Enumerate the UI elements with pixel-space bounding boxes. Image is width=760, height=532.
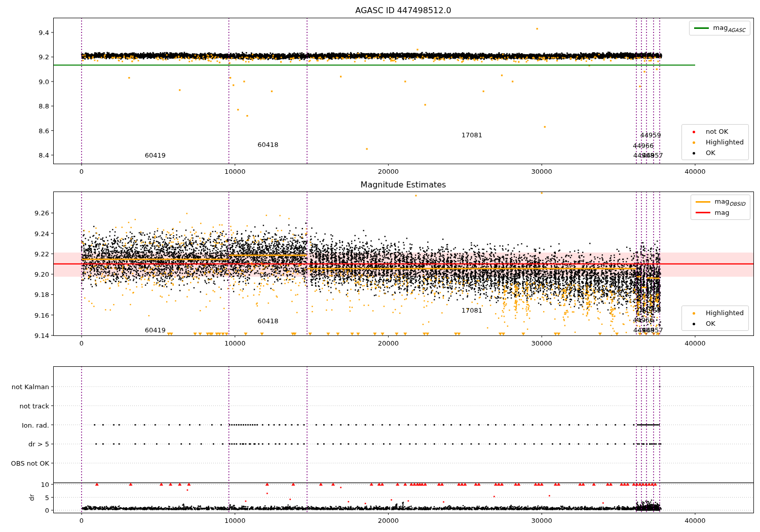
- plot1-ytick-9.2: 9.2: [39, 53, 49, 61]
- ok-marker-icon: [693, 152, 695, 155]
- plot1-ytick-9.0: 9.0: [39, 78, 49, 85]
- plot2-xtick-0: 0: [80, 339, 84, 347]
- highlighted-label: Highlighted: [706, 309, 744, 317]
- plot3-row-label-ion-rad-: Ion. rad.: [22, 421, 49, 429]
- plot2-line-legend: magOBSID mag: [691, 195, 750, 220]
- legend-item-highlighted-2: Highlighted: [687, 308, 744, 318]
- plot2-marker-legend: Highlighted OK: [681, 306, 749, 331]
- plot1-xtick-10000: 10000: [224, 168, 245, 175]
- plot2-xtick-40000: 40000: [685, 339, 705, 347]
- plot3-ylabel-dr: dr: [28, 494, 35, 501]
- highlighted-marker-icon: [693, 141, 695, 144]
- plot2-title: Magnitude Estimates: [361, 180, 446, 189]
- plot1-ytick-9.4: 9.4: [39, 29, 49, 36]
- plot1-marker-legend: not OK Highlighted OK: [681, 124, 749, 160]
- mag-obsid-label: magOBSID: [715, 198, 745, 207]
- legend-item-mag-obsid: magOBSID: [696, 197, 745, 207]
- highlighted-label: Highlighted: [706, 138, 744, 146]
- mag-obsid-line-swatch: [696, 201, 710, 203]
- plot2-obsid-label-44957: 44957: [642, 326, 663, 333]
- plot1-obsid-label-44966: 44966: [633, 141, 654, 149]
- plot2-ytick-9.24: 9.24: [34, 230, 49, 237]
- mag-label: mag: [715, 209, 730, 216]
- plot2-xtick-20000: 20000: [378, 339, 399, 347]
- legend-item-highlighted: Highlighted: [687, 137, 744, 147]
- plot2-obsid-label-60418: 60418: [257, 317, 278, 324]
- ok-marker-icon: [693, 323, 695, 325]
- plot1-ytick-8.8: 8.8: [39, 102, 49, 110]
- plot3-xtick-10000: 10000: [224, 517, 245, 524]
- plot1-obsid-label-17081: 17081: [462, 131, 482, 139]
- plot2-ytick-9.20: 9.20: [34, 271, 49, 278]
- plot1-ytick-8.6: 8.6: [39, 127, 49, 134]
- plot2-ytick-9.26: 9.26: [34, 209, 49, 217]
- plot2-obsid-label-44959: 44959: [640, 306, 661, 314]
- plot3-dr-tick-0: 0: [45, 507, 49, 514]
- plot2-xtick-10000: 10000: [224, 339, 245, 347]
- plot3-xtick-0: 0: [80, 517, 84, 524]
- plot3-dr-tick-10: 10: [41, 481, 49, 488]
- plot1-xtick-0: 0: [80, 168, 84, 175]
- plot3-xtick-30000: 30000: [531, 517, 552, 524]
- plot2-ytick-9.18: 9.18: [34, 291, 49, 298]
- plot1-obsid-label-44957: 44957: [642, 151, 663, 159]
- not-ok-label: not OK: [706, 128, 728, 135]
- plot2-ytick-9.14: 9.14: [34, 332, 49, 339]
- plot1-xtick-30000: 30000: [531, 168, 552, 175]
- plot3-row-label-not-track: not track: [19, 402, 49, 409]
- legend-item-ok-2: OK: [687, 318, 744, 329]
- plot1-title: AGASC ID 447498512.0: [355, 6, 451, 15]
- mag-agasc-line-swatch: [694, 27, 709, 29]
- plot3-xtick-20000: 20000: [378, 517, 399, 524]
- plot3-xtick-40000: 40000: [685, 517, 705, 524]
- plot3-dr-tick-5: 5: [45, 493, 49, 501]
- plot1-obsid-label-60418: 60418: [257, 141, 278, 148]
- plot2-ytick-9.16: 9.16: [34, 311, 49, 319]
- mag-line-swatch: [696, 212, 710, 213]
- plot1-obsid-label-44959: 44959: [640, 131, 661, 139]
- legend-item-ok: OK: [687, 147, 744, 158]
- plot3-row-label-not-kalman: not Kalman: [12, 383, 49, 391]
- legend-item-mag-agasc: magAGASC: [694, 23, 745, 33]
- legend-item-not-ok: not OK: [687, 126, 744, 137]
- plot3-row-label-dr-5: dr > 5: [28, 440, 49, 448]
- plot2-ytick-9.22: 9.22: [34, 250, 49, 257]
- ok-label: OK: [706, 149, 715, 157]
- plots-canvas: [0, 0, 760, 532]
- plot2-obsid-label-17081: 17081: [462, 306, 482, 314]
- plot1-ytick-8.4: 8.4: [39, 151, 49, 159]
- mag-agasc-label: magAGASC: [713, 24, 745, 33]
- plot2-xtick-30000: 30000: [531, 339, 552, 347]
- plot2-obsid-label-60419: 60419: [145, 326, 166, 333]
- plot1-xtick-40000: 40000: [685, 168, 705, 175]
- plot1-line-legend: magAGASC: [689, 21, 750, 35]
- plot1-xtick-20000: 20000: [378, 168, 399, 175]
- magnitude-estimates-figure: AGASC ID 447498512.0 Magnitude Estimates…: [0, 0, 760, 532]
- ok-label: OK: [706, 320, 715, 327]
- legend-item-mag: mag: [696, 207, 745, 218]
- not-ok-marker-icon: [693, 131, 695, 133]
- plot1-obsid-label-60419: 60419: [145, 151, 166, 159]
- plot2-obsid-label-44966: 44966: [633, 316, 654, 323]
- highlighted-marker-icon: [693, 312, 695, 315]
- plot3-row-label-obs-not-ok: OBS not OK: [11, 460, 50, 467]
